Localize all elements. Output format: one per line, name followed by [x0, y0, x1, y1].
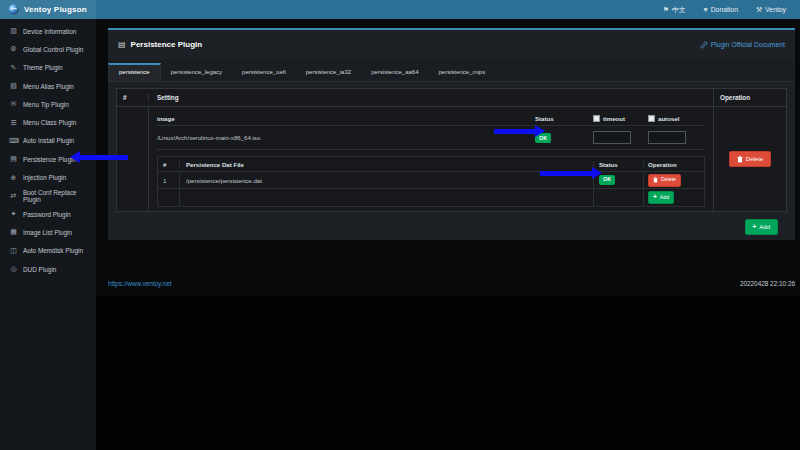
autosel-label: autosel	[658, 115, 679, 122]
disc-icon: ◎	[9, 265, 18, 273]
image-path: /Linux/Arch/xerolinux-main-x86_64.iso	[157, 134, 535, 141]
persistence-plugin-card: ▤ Persistence Plugin Plugin Official Doc…	[108, 28, 795, 240]
sidebar-item-label: Device Information	[23, 28, 76, 35]
tab-persistence-mips[interactable]: persistence_mips	[429, 63, 496, 81]
sidebar-item-label: Theme Plugin	[23, 64, 62, 71]
sidebar-item-label: Injection Plugin	[23, 174, 66, 181]
page-footer: https://www.ventoy.net 20220428 22:10:26	[108, 280, 795, 287]
exchange-icon: ⇄	[9, 192, 18, 200]
sidebar-item-label: Auto Memdisk Plugin	[23, 247, 83, 254]
image-table-header: image Status timeout autosel	[157, 112, 705, 126]
sidebar-item-boot-conf-replace-plugin[interactable]: ⇄ Boot Conf Replace Plugin	[0, 187, 96, 205]
dat-file-row: 1 /persistence/persistence.dat OK	[158, 172, 704, 189]
link-icon	[700, 41, 708, 49]
row-index: 1	[158, 172, 180, 188]
autosel-header: autosel	[648, 115, 705, 122]
sidebar-item-menu-class-plugin[interactable]: ☰ Menu Class Plugin	[0, 113, 96, 131]
dat-file-path: /persistence/persistence.dat	[180, 172, 594, 188]
add-setting-button[interactable]: + Add	[745, 219, 778, 235]
sidebar-item-menu-tip-plugin[interactable]: ✉ Menu Tip Plugin	[0, 95, 96, 113]
dat-file-empty-row: + Add	[158, 189, 704, 206]
tab-persistence[interactable]: persistence	[108, 63, 161, 81]
column-header-status: Status	[535, 115, 593, 122]
sidebar-item-label: Password Plugin	[23, 211, 71, 218]
ventoy-site-link[interactable]: ⚒ Ventoy	[756, 6, 786, 14]
sidebar-item-password-plugin[interactable]: ✦ Password Plugin	[0, 205, 96, 223]
autosel-input[interactable]	[648, 131, 686, 144]
donation-label: Donation	[711, 6, 738, 13]
sidebar-item-auto-install-plugin[interactable]: ⌨ Auto Install Plugin	[0, 132, 96, 150]
annotation-arrow-image-status	[494, 125, 545, 138]
sidebar-item-label: DUD Plugin	[23, 266, 56, 273]
plus-icon: +	[753, 224, 757, 231]
brand[interactable]: Ventoy Plugson	[0, 0, 96, 19]
sidebar-item-auto-memdisk-plugin[interactable]: ◫ Auto Memdisk Plugin	[0, 242, 96, 260]
sidebar-item-label: Boot Conf Replace Plugin	[23, 189, 96, 203]
arrow-shaft	[540, 171, 593, 176]
ventoy-logo-icon	[8, 4, 19, 15]
app-title: Ventoy Plugson	[24, 5, 87, 14]
sidebar-item-device-information[interactable]: ▥ Device Information	[0, 22, 96, 40]
timeout-header: timeout	[593, 115, 648, 122]
sidebar-item-image-list-plugin[interactable]: ▦ Image List Plugin	[0, 223, 96, 241]
card-footer: + Add	[116, 212, 787, 235]
settings-table-row: image Status timeout autosel	[117, 107, 786, 211]
trash-icon	[653, 177, 658, 183]
language-switch[interactable]: ⚑ 中文	[663, 5, 686, 15]
ventoy-url-link[interactable]: https://www.ventoy.net	[108, 280, 171, 287]
background-band	[96, 296, 800, 450]
sidebar-item-menu-alias-plugin[interactable]: ▧ Menu Alias Plugin	[0, 77, 96, 95]
memdisk-icon: ◫	[9, 247, 18, 255]
setting-cell: image Status timeout autosel	[149, 107, 714, 211]
folder-icon: ▧	[9, 82, 18, 90]
column-header-hash: #	[158, 161, 180, 168]
sidebar-item-injection-plugin[interactable]: ⊕ Injection Plugin	[0, 168, 96, 186]
sidebar-item-label: Auto Install Plugin	[23, 137, 74, 144]
annotation-arrow-persistence-plugin	[70, 151, 128, 164]
column-header-dat-file: Persistence Dat File	[180, 161, 594, 168]
ventoy-label: Ventoy	[765, 6, 786, 13]
plugin-doc-link[interactable]: Plugin Official Document	[700, 41, 785, 49]
tab-persistence-ia32[interactable]: persistence_ia32	[296, 63, 361, 81]
card-body: # Setting Operation image Status	[108, 82, 795, 235]
sidebar-item-global-control-plugin[interactable]: ⚙ Global Control Plugin	[0, 40, 96, 58]
sidebar-item-label: Global Control Plugin	[23, 46, 83, 53]
tab-persistence-aa64[interactable]: persistence_aa64	[361, 63, 428, 81]
pencil-icon: ✎	[9, 64, 18, 72]
monitor-icon: ⌨	[9, 137, 18, 145]
sidebar: ▥ Device Information ⚙ Global Control Pl…	[0, 19, 96, 450]
add-dat-row-button[interactable]: + Add	[648, 191, 674, 205]
timestamp: 20220428 22:10:26	[740, 280, 795, 287]
sidebar-item-label: Menu Alias Plugin	[23, 83, 74, 90]
page-title: ▤ Persistence Plugin	[118, 40, 202, 49]
lock-icon: ✦	[9, 210, 18, 218]
tab-bar: persistence persistence_legacy persisten…	[108, 59, 795, 82]
tab-persistence-legacy[interactable]: persistence_legacy	[161, 63, 232, 81]
page: Ventoy Plugson ⚑ 中文 ♥ Donation ⚒ Ventoy …	[0, 0, 800, 450]
timeout-input[interactable]	[593, 131, 631, 144]
annotation-arrow-dat-status	[540, 167, 602, 180]
column-header-image: image	[157, 115, 535, 122]
image-row: /Linux/Arch/xerolinux-main-x86_64.iso OK	[157, 126, 705, 150]
arrow-head	[592, 167, 602, 179]
sidebar-item-theme-plugin[interactable]: ✎ Theme Plugin	[0, 59, 96, 77]
autosel-checkbox[interactable]	[648, 115, 655, 122]
image-list-icon: ▦	[9, 228, 18, 236]
tab-persistence-uefi[interactable]: persistence_uefi	[232, 63, 296, 81]
image-table: image Status timeout autosel	[157, 112, 705, 150]
sidebar-item-dud-plugin[interactable]: ◎ DUD Plugin	[0, 260, 96, 278]
column-header-operation: Operation	[644, 161, 704, 168]
sidebar-item-label: Menu Tip Plugin	[23, 101, 69, 108]
delete-setting-button[interactable]: Delete	[729, 151, 771, 167]
language-icon: ⚑	[663, 6, 669, 14]
top-bar: Ventoy Plugson ⚑ 中文 ♥ Donation ⚒ Ventoy	[0, 0, 800, 19]
dat-table-header: # Persistence Dat File Status Operation	[158, 157, 704, 172]
delete-dat-row-button[interactable]: Delete	[648, 174, 681, 187]
comment-icon: ✉	[9, 100, 18, 108]
donation-link[interactable]: ♥ Donation	[704, 6, 738, 13]
wrench-icon: ⚒	[756, 6, 762, 14]
operation-cell: Delete	[714, 107, 786, 211]
column-header-operation: Operation	[714, 94, 786, 101]
sidebar-item-label: Persistence Plugin	[23, 156, 76, 163]
timeout-checkbox[interactable]	[593, 115, 600, 122]
